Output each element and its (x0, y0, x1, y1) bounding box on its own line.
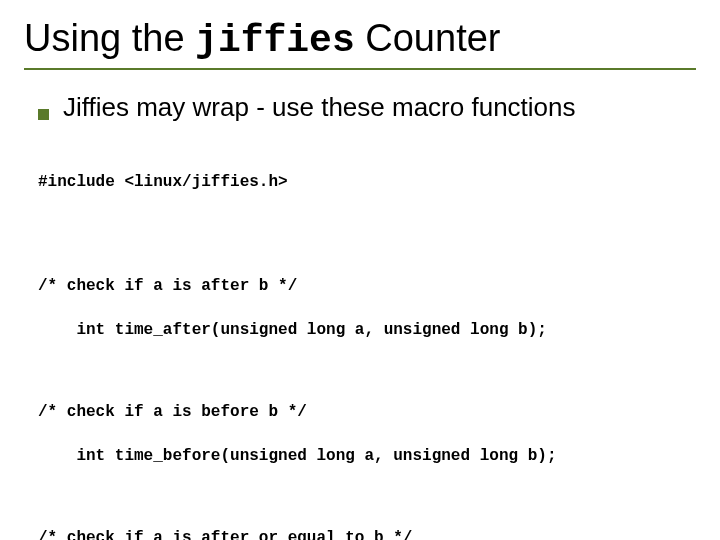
code-comment-0: /* check if a is after b */ (38, 276, 696, 298)
title-mono: jiffies (195, 19, 355, 62)
title-prefix: Using the (24, 17, 195, 59)
bullet-row: Jiffies may wrap - use these macro funct… (38, 92, 696, 123)
code-decl-1: int time_before(unsigned long a, unsigne… (76, 447, 556, 465)
code-include: #include <linux/jiffies.h> (38, 172, 696, 194)
bullet-square-icon (38, 109, 49, 120)
slide: Using the jiffies Counter Jiffies may wr… (0, 0, 720, 540)
code-decl-0: int time_after(unsigned long a, unsigned… (76, 321, 546, 339)
title-suffix: Counter (355, 17, 501, 59)
title-block: Using the jiffies Counter (24, 18, 696, 70)
slide-title: Using the jiffies Counter (24, 18, 696, 62)
bullet-text: Jiffies may wrap - use these macro funct… (63, 92, 576, 123)
code-comment-1: /* check if a is before b */ (38, 402, 696, 424)
code-comment-2: /* check if a is after or equal to b */ (38, 528, 696, 540)
code-block: #include <linux/jiffies.h> /* check if a… (38, 127, 696, 540)
